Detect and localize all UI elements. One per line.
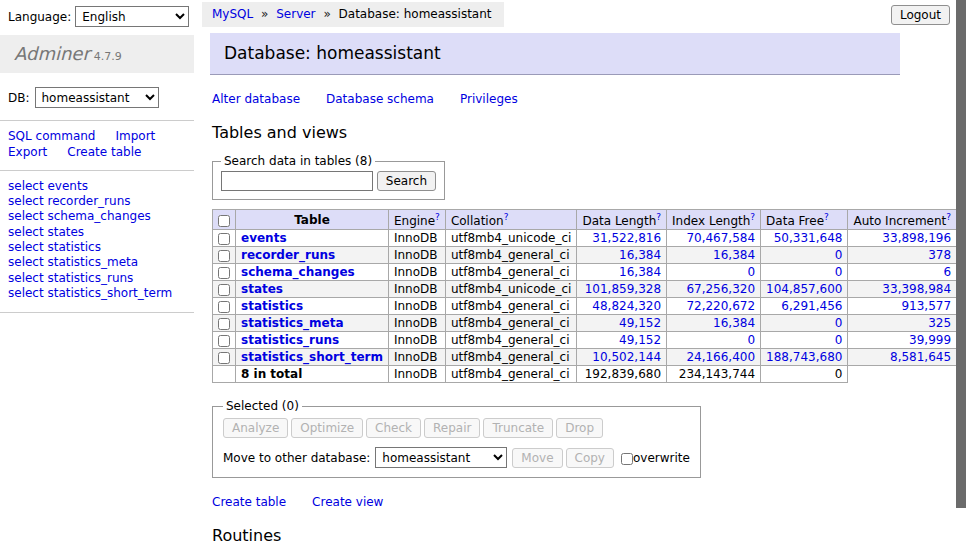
index_length-link[interactable]: 16,384 [713, 248, 755, 262]
index_length-link[interactable]: 70,467,584 [686, 231, 755, 245]
index_length-link[interactable]: 24,166,400 [686, 350, 755, 364]
help-icon[interactable]: ? [946, 212, 951, 222]
help-icon[interactable]: ? [750, 212, 755, 222]
move-database-select[interactable]: homeassistant [375, 447, 507, 468]
move-button[interactable]: Move [512, 448, 562, 468]
row-checkbox[interactable] [218, 318, 230, 330]
repair-button[interactable]: Repair [424, 418, 480, 438]
column-header-data_length: Data Length? [577, 210, 667, 230]
auto_increment-link[interactable]: 39,999 [909, 333, 951, 347]
sidebar-item-select-states[interactable]: select states [8, 225, 192, 240]
table-name-link[interactable]: states [241, 282, 283, 296]
auto_increment-link[interactable]: 6 [943, 265, 951, 279]
auto_increment-link[interactable]: 8,581,645 [890, 350, 951, 364]
scrollbar-thumb[interactable] [956, 0, 966, 508]
privileges-link[interactable]: Privileges [460, 92, 518, 106]
sidebar-item-sql-command[interactable]: SQL command [8, 129, 95, 143]
sidebar-item-select-statistics_short_term[interactable]: select statistics_short_term [8, 286, 192, 301]
data_length-link[interactable]: 101,859,328 [585, 282, 661, 296]
alter-database-link[interactable]: Alter database [212, 92, 300, 106]
data_free-link[interactable]: 104,857,600 [766, 282, 842, 296]
select-all-checkbox[interactable] [218, 215, 230, 227]
index_length-link[interactable]: 72,220,672 [686, 299, 755, 313]
row-checkbox[interactable] [218, 352, 230, 364]
auto_increment-link[interactable]: 913,577 [901, 299, 951, 313]
help-icon[interactable]: ? [435, 212, 440, 222]
search-button[interactable]: Search [377, 171, 436, 191]
auto_increment-link[interactable]: 33,898,196 [882, 231, 951, 245]
row-checkbox[interactable] [218, 233, 230, 245]
truncate-button[interactable]: Truncate [483, 418, 553, 438]
data_length-link[interactable]: 16,384 [619, 265, 661, 279]
data_free-link[interactable]: 0 [835, 333, 843, 347]
auto_increment-link[interactable]: 378 [928, 248, 951, 262]
auto_increment-link[interactable]: 33,398,984 [882, 282, 951, 296]
language-select[interactable]: English [75, 6, 189, 27]
app-logo[interactable]: Adminer [14, 43, 90, 64]
check-button[interactable]: Check [366, 418, 421, 438]
table-name-link[interactable]: statistics [241, 299, 303, 313]
index_length-link[interactable]: 0 [747, 265, 755, 279]
table-name-link[interactable]: events [241, 231, 287, 245]
help-icon[interactable]: ? [504, 212, 509, 222]
breadcrumb-current: Database: homeassistant [339, 7, 492, 21]
data_length-link[interactable]: 16,384 [619, 248, 661, 262]
data_length-link[interactable]: 10,502,144 [592, 350, 661, 364]
sidebar-item-select-statistics[interactable]: select statistics [8, 240, 192, 255]
index_length-link[interactable]: 0 [747, 333, 755, 347]
row-checkbox[interactable] [218, 284, 230, 296]
index_length-link[interactable]: 16,384 [713, 316, 755, 330]
optimize-button[interactable]: Optimize [291, 418, 363, 438]
index_length-cell: 0 [667, 264, 761, 281]
data_free-link[interactable]: 0 [835, 248, 843, 262]
create-view-link[interactable]: Create view [312, 495, 383, 509]
row-checkbox[interactable] [218, 250, 230, 262]
sidebar-item-create-table[interactable]: Create table [67, 145, 141, 159]
data_free-link[interactable]: 0 [835, 316, 843, 330]
table-name-link[interactable]: statistics_meta [241, 316, 344, 330]
sidebar-item-select-schema_changes[interactable]: select schema_changes [8, 209, 192, 224]
data_length-cell: 10,502,144 [577, 349, 667, 366]
breadcrumb-mysql-link[interactable]: MySQL [212, 7, 253, 21]
table-name-link[interactable]: statistics_short_term [241, 350, 383, 364]
database-schema-link[interactable]: Database schema [326, 92, 434, 106]
engine-cell: InnoDB [388, 247, 445, 264]
help-icon[interactable]: ? [824, 212, 829, 222]
auto_increment-link[interactable]: 325 [928, 316, 951, 330]
data_free-link[interactable]: 50,331,648 [774, 231, 843, 245]
table-name-link[interactable]: schema_changes [241, 265, 355, 279]
data_free-link[interactable]: 188,743,680 [766, 350, 842, 364]
sidebar-item-select-recorder_runs[interactable]: select recorder_runs [8, 194, 192, 209]
row-checkbox[interactable] [218, 301, 230, 313]
analyze-button[interactable]: Analyze [223, 418, 288, 438]
data_length-link[interactable]: 49,152 [619, 316, 661, 330]
search-input[interactable] [221, 171, 373, 191]
engine-cell: InnoDB [388, 349, 445, 366]
auto_increment-cell: 33,398,984 [848, 281, 957, 298]
drop-button[interactable]: Drop [556, 418, 603, 438]
table-name-link[interactable]: recorder_runs [241, 248, 335, 262]
data_length-link[interactable]: 49,152 [619, 333, 661, 347]
help-icon[interactable]: ? [656, 212, 661, 222]
data_length-link[interactable]: 48,824,320 [592, 299, 661, 313]
index_length-link[interactable]: 67,256,320 [686, 282, 755, 296]
sidebar-item-import[interactable]: Import [115, 129, 155, 143]
data_free-link[interactable]: 6,291,456 [781, 299, 842, 313]
row-checkbox[interactable] [218, 335, 230, 347]
sidebar-item-export[interactable]: Export [8, 145, 47, 159]
logout-button[interactable]: Logout [891, 5, 950, 25]
data_free-link[interactable]: 0 [835, 265, 843, 279]
sidebar-item-select-statistics_meta[interactable]: select statistics_meta [8, 255, 192, 270]
create-table-link[interactable]: Create table [212, 495, 286, 509]
sidebar-item-select-events[interactable]: select events [8, 179, 192, 194]
data_length-link[interactable]: 31,522,816 [592, 231, 661, 245]
table-name-link[interactable]: statistics_runs [241, 333, 339, 347]
sidebar-item-select-statistics_runs[interactable]: select statistics_runs [8, 271, 192, 286]
vertical-scrollbar[interactable] [956, 0, 966, 543]
copy-button[interactable]: Copy [566, 448, 614, 468]
row-checkbox[interactable] [218, 267, 230, 279]
total-empty-cell [213, 366, 236, 383]
breadcrumb-server-link[interactable]: Server [276, 7, 315, 21]
overwrite-checkbox[interactable] [621, 453, 633, 465]
db-select[interactable]: homeassistant [35, 87, 159, 108]
